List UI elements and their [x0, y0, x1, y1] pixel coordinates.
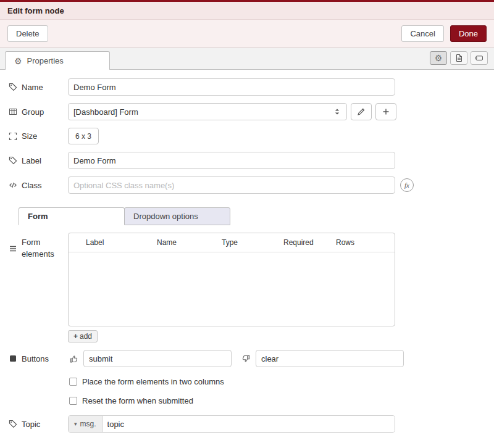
form-elements-row: Form elements Label Name Type Required R… [9, 233, 485, 342]
code-icon [9, 181, 17, 189]
form-elements-label-text: Form elements [22, 237, 57, 260]
done-button[interactable]: Done [450, 25, 487, 42]
buttons-label: Buttons [9, 354, 68, 363]
reset-checkbox-label: Reset the form when submitted [82, 396, 193, 405]
select-arrows-icon [333, 107, 341, 116]
class-label: Class [9, 181, 68, 190]
name-row: Name [9, 78, 485, 96]
subtab-dropdown-label: Dropdown options [133, 212, 198, 221]
column-type: Type [222, 238, 283, 247]
two-columns-checkbox-row: Place the form elements in two columns [69, 377, 485, 386]
name-label-text: Name [22, 83, 43, 92]
name-label: Name [9, 83, 68, 92]
resize-icon [9, 132, 17, 141]
add-element-button[interactable]: + add [68, 330, 98, 342]
topic-typed-input: ▾ msg. [68, 415, 395, 433]
tab-properties[interactable]: ⚙ Properties [5, 51, 110, 70]
tag-icon [9, 83, 17, 91]
size-button[interactable]: 6 x 3 [68, 128, 99, 144]
appearance-icon [475, 54, 484, 62]
fx-badge[interactable]: fx [400, 178, 414, 192]
tab-properties-label: Properties [27, 56, 64, 65]
cancel-button[interactable]: Cancel [401, 25, 443, 42]
form-subtabs: Form Dropdown options [19, 207, 494, 225]
size-row: Size 6 x 3 [9, 128, 485, 144]
clear-button-text-input[interactable] [256, 350, 404, 367]
thumbs-down-icon [241, 354, 251, 363]
name-input[interactable] [68, 78, 395, 96]
reset-checkbox-row: Reset the form when submitted [69, 396, 485, 405]
submit-button-text-input[interactable] [83, 350, 232, 367]
gear-icon: ⚙ [435, 54, 443, 62]
properties-panel: Name Group [Dashboard] Form Size [0, 70, 494, 433]
list-icon [9, 244, 17, 253]
form-elements-label: Form elements [9, 233, 68, 260]
form-elements-empty [69, 252, 395, 323]
topic-row: Topic ▾ msg. [9, 415, 485, 433]
column-label: Label [86, 238, 157, 247]
group-row: Group [Dashboard] Form [9, 103, 485, 120]
buttons-row: Buttons [9, 350, 485, 367]
two-columns-checkbox[interactable] [69, 378, 77, 386]
topic-type-label: msg. [80, 420, 96, 428]
properties-gear-button[interactable]: ⚙ [430, 51, 447, 65]
tabs-toolbar: ⚙ [430, 51, 488, 65]
dialog-toolbar: Delete Cancel Done [0, 20, 494, 48]
plus-icon [382, 107, 390, 116]
subtab-form-label: Form [28, 212, 48, 221]
thumbs-up-icon [69, 354, 78, 363]
form-elements-panel: Label Name Type Required Rows + add [68, 233, 395, 342]
editor-tabs-bar: ⚙ Properties ⚙ [0, 48, 494, 70]
topic-input[interactable] [103, 416, 395, 432]
delete-button[interactable]: Delete [7, 25, 48, 42]
edit-group-button[interactable] [351, 103, 372, 120]
add-group-button[interactable] [375, 103, 396, 120]
toolbar-right: Cancel Done [401, 25, 487, 42]
column-name: Name [157, 238, 222, 247]
add-element-label: add [80, 332, 92, 341]
caret-down-icon: ▾ [74, 421, 77, 427]
document-icon [454, 54, 463, 62]
appearance-button[interactable] [471, 51, 488, 65]
two-columns-checkbox-label: Place the form elements in two columns [82, 377, 224, 386]
description-button[interactable] [450, 51, 467, 65]
dialog-header: Edit form node [0, 2, 494, 20]
size-label-text: Size [22, 131, 37, 141]
topic-label-text: Topic [22, 420, 40, 429]
group-label: Group [9, 107, 68, 117]
dialog-title: Edit form node [7, 6, 64, 15]
label-input[interactable] [68, 152, 395, 169]
label-row: Label [9, 152, 485, 169]
topic-type-select[interactable]: ▾ msg. [69, 416, 103, 432]
subtab-dropdown-options[interactable]: Dropdown options [124, 207, 230, 225]
pencil-icon [357, 107, 366, 116]
subtab-form[interactable]: Form [19, 207, 125, 225]
class-input[interactable] [68, 176, 395, 194]
gear-icon: ⚙ [14, 57, 22, 65]
form-elements-list: Label Name Type Required Rows [68, 233, 395, 326]
tag-icon [9, 156, 17, 165]
label-label: Label [9, 156, 68, 165]
group-label-text: Group [22, 107, 44, 117]
tag-icon [9, 420, 17, 428]
edit-form-node-dialog: Edit form node Delete Cancel Done ⚙ Prop… [0, 0, 494, 448]
column-rows: Rows [336, 238, 395, 247]
table-icon [9, 107, 17, 116]
group-select[interactable]: [Dashboard] Form [68, 103, 347, 120]
reset-checkbox[interactable] [69, 397, 77, 405]
buttons-label-text: Buttons [22, 354, 49, 363]
class-label-text: Class [22, 181, 42, 190]
form-elements-header: Label Name Type Required Rows [69, 233, 395, 252]
column-required: Required [283, 238, 336, 247]
group-select-value: [Dashboard] Form [73, 107, 138, 117]
size-label: Size [9, 131, 68, 141]
label-label-text: Label [22, 156, 41, 165]
plus-icon: + [73, 332, 78, 341]
topic-label: Topic [9, 420, 68, 429]
square-icon [9, 354, 17, 363]
class-row: Class fx [9, 176, 485, 194]
